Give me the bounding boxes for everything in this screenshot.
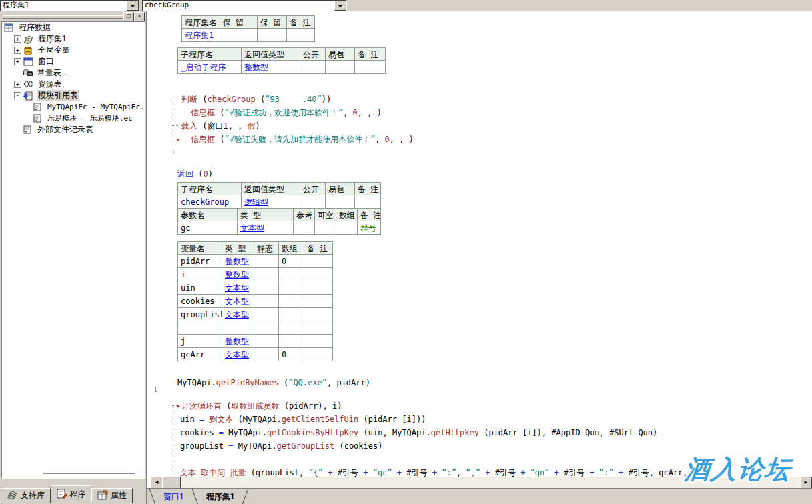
table-header-cell[interactable]: 程序集名	[181, 15, 220, 29]
table-cell[interactable]	[287, 29, 315, 42]
table-cell[interactable]	[254, 295, 279, 308]
code-line[interactable]: 信息框 (“√验证成功，欢迎使用本软件！”, 0, , )	[171, 106, 414, 119]
code-line[interactable]: uin = 到文本 (MyTQApi.getClientSelfUin (pid…	[171, 413, 707, 426]
table-cell[interactable]: 整数型	[222, 255, 254, 268]
table-cell[interactable]	[336, 221, 358, 235]
table-header-cell[interactable]: 保 留	[258, 15, 287, 29]
tree-item[interactable]: +程序集1	[2, 33, 145, 45]
table-cell[interactable]	[355, 61, 386, 74]
bottom-tab-inactive[interactable]: 窗口1	[154, 489, 193, 504]
table-cell[interactable]	[279, 281, 304, 295]
table-header-cell[interactable]: 子程序名	[177, 47, 242, 61]
table-header-cell[interactable]: 备 注	[304, 241, 333, 255]
table-cell[interactable]: 文本型	[222, 281, 254, 295]
sidebar-tab-program[interactable]: 程序	[51, 485, 91, 503]
code-line[interactable]: 载入 (窗口1, , 假)	[171, 119, 414, 133]
table-cell[interactable]	[254, 335, 279, 348]
table-cell[interactable]	[326, 61, 355, 74]
table-cell[interactable]	[294, 221, 315, 235]
table-header-cell[interactable]: 备 注	[355, 47, 386, 61]
table-cell[interactable]: 0	[279, 255, 304, 268]
table-cell[interactable]	[279, 295, 304, 308]
table-cell[interactable]	[222, 321, 254, 335]
table-cell[interactable]: cookies	[177, 295, 222, 308]
table-cell[interactable]: 整数型	[222, 268, 254, 281]
table-header-cell[interactable]: 公开	[300, 47, 326, 61]
table-cell[interactable]	[279, 321, 304, 335]
table-cell[interactable]	[254, 268, 279, 281]
table-header-cell[interactable]: 易包	[326, 47, 355, 61]
table-cell[interactable]	[279, 335, 304, 348]
table-cell[interactable]: i	[177, 268, 222, 281]
table-cell[interactable]	[304, 348, 333, 361]
table-cell[interactable]	[326, 195, 355, 209]
assembly-combo-dropdown-button[interactable]	[127, 1, 139, 11]
table-cell[interactable]: 文本型	[222, 308, 254, 321]
panel-gripper[interactable]	[3, 15, 123, 19]
table-cell[interactable]: pidArr	[177, 255, 222, 268]
tree-hscroll-thumb[interactable]	[43, 473, 135, 474]
table-cell[interactable]: j	[177, 335, 222, 348]
sub-combo[interactable]: checkGroup	[142, 0, 347, 11]
table-cell[interactable]	[258, 29, 287, 42]
table-cell[interactable]: 程序集1	[181, 29, 220, 42]
plus-box-icon[interactable]: +	[14, 35, 21, 43]
table-cell[interactable]: groupList	[177, 308, 222, 321]
tree-item[interactable]: +资源表	[2, 79, 145, 90]
code-line[interactable]: cookies = MyTQApi.getCookiesByHttpKey (u…	[171, 426, 707, 439]
table-cell[interactable]	[304, 281, 333, 295]
table-header-cell[interactable]: 返回值类型	[242, 47, 300, 61]
table-cell[interactable]: uin	[177, 281, 222, 295]
table-cell[interactable]	[254, 321, 279, 335]
table-header-cell[interactable]: 数组	[336, 208, 358, 221]
table-cell[interactable]	[304, 295, 333, 308]
code-line[interactable]: 信息框 (“√验证失败，请先加群才能使用本软件！”, 0, , )	[171, 133, 414, 146]
table-cell[interactable]	[300, 195, 326, 209]
table-cell[interactable]	[220, 29, 258, 42]
table-header-cell[interactable]: 静态	[254, 241, 279, 255]
table-header-cell[interactable]: 类 型	[222, 241, 254, 255]
table-cell[interactable]	[279, 308, 304, 321]
sidebar-tab-support-lib[interactable]: 支持库	[1, 488, 51, 503]
table-cell[interactable]: 0	[279, 348, 304, 361]
table-cell[interactable]	[300, 61, 326, 74]
tree-item[interactable]: 常量表...	[2, 67, 145, 79]
table-cell[interactable]: 文本型	[222, 348, 254, 361]
table-header-cell[interactable]: 易包	[326, 182, 355, 195]
table-header-cell[interactable]: 备 注	[287, 15, 315, 29]
tree-item[interactable]: +全局变量	[2, 45, 145, 56]
table-cell[interactable]: gc	[177, 221, 238, 235]
code-line[interactable]: 计次循环首 (取数组成员数 (pidArr), i)	[171, 399, 707, 413]
table-cell[interactable]	[254, 348, 279, 361]
table-cell[interactable]: 文本型	[238, 221, 294, 235]
table-cell[interactable]	[304, 335, 333, 348]
sidebar-tab-property[interactable]: 属性	[91, 488, 133, 503]
table-cell[interactable]	[254, 308, 279, 321]
table-cell[interactable]: _启动子程序	[177, 61, 242, 74]
table-cell[interactable]	[304, 308, 333, 321]
table-cell[interactable]: 整数型	[222, 335, 254, 348]
tree-item[interactable]: -模块引用表	[2, 90, 145, 101]
table-cell[interactable]	[355, 195, 381, 209]
table-header-cell[interactable]: 参数名	[177, 208, 238, 221]
table-header-cell[interactable]: 公开	[300, 182, 326, 195]
table-header-cell[interactable]: 备 注	[355, 182, 381, 195]
table-header-cell[interactable]: 数组	[279, 241, 304, 255]
code-line[interactable]: MyTQApi.getPidByNames (“QQ.exe”, pidArr)	[177, 376, 370, 389]
table-cell[interactable]: 文本型	[222, 295, 254, 308]
table-header-cell[interactable]: 返回值类型	[242, 182, 300, 195]
minus-box-icon[interactable]: -	[14, 92, 21, 99]
table-cell[interactable]: gcArr	[177, 348, 222, 361]
table-cell[interactable]	[304, 255, 333, 268]
panel-close-button[interactable]: ×	[134, 12, 145, 21]
tree-item[interactable]: +窗口	[2, 56, 145, 67]
table-cell[interactable]	[279, 268, 304, 281]
tree-item[interactable]: MyTQApiEc - MyTQApiEc.ec	[2, 101, 145, 113]
table-header-cell[interactable]: 类 型	[238, 208, 294, 221]
table-cell[interactable]	[304, 268, 333, 281]
plus-box-icon[interactable]: +	[14, 58, 21, 65]
table-cell[interactable]	[315, 221, 336, 235]
table-cell[interactable]	[304, 321, 333, 335]
table-header-cell[interactable]: 备 注	[358, 208, 381, 221]
table-header-cell[interactable]: 保 留	[220, 15, 258, 29]
